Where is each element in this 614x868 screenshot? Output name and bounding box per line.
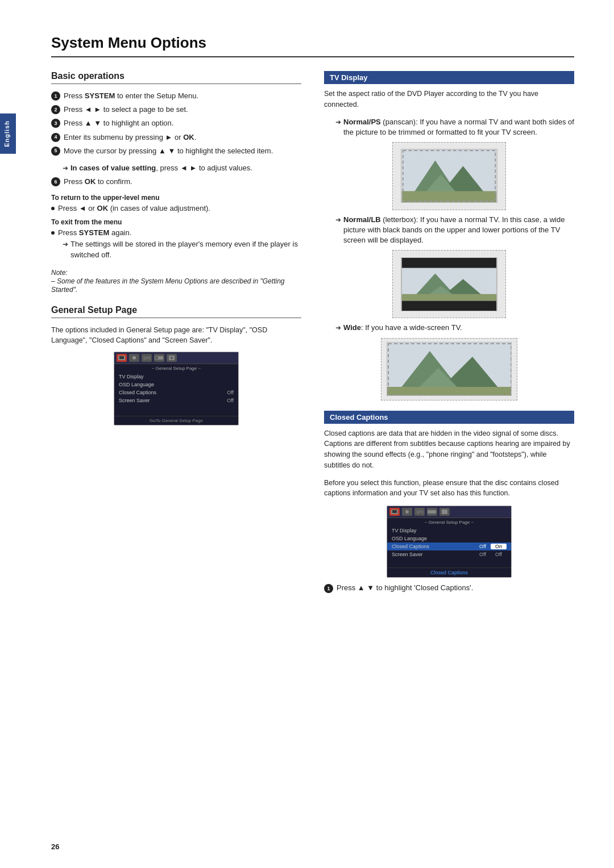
right-column: TV Display Set the aspect ratio of the D…: [324, 71, 574, 596]
screen-icon-2: [129, 354, 139, 362]
page-container: English System Menu Options Basic operat…: [0, 0, 614, 868]
return-menu-item: Press ◄ or OK (in cases of value adjustm…: [51, 204, 301, 212]
wide-item: ➜ Wide: If you have a wide-screen TV.: [335, 323, 574, 333]
cc-row-screensaver: Screen Saver Off Off: [387, 550, 511, 558]
step-6: 6 Press OK to confirm.: [51, 177, 301, 187]
exit-menu-heading: To exit from the menu: [51, 218, 301, 226]
screen-icon-1: [117, 354, 127, 362]
cc-footer: Closed Captions: [387, 567, 511, 577]
step-5-text: Move the cursor by pressing ▲ ▼ to highl…: [64, 146, 273, 156]
page-title: System Menu Options: [51, 34, 574, 57]
arrow-icon-5: ➜: [335, 323, 341, 333]
cc-screen-header: SPD: [387, 506, 511, 518]
screen-row-tvdisplay: TV Display: [114, 373, 238, 381]
svg-rect-20: [402, 294, 496, 301]
step-2-text: Press ◄ ► to select a page to be set.: [64, 105, 188, 115]
basic-operations-list: 1 Press SYSTEM to enter the Setup Menu. …: [51, 91, 301, 156]
cc-icon-2: [402, 508, 412, 516]
language-tab: English: [0, 114, 16, 154]
exit-menu-text: Press SYSTEM again.: [58, 228, 131, 237]
tv-display-intro: Set the aspect ratio of the DVD Player a…: [324, 89, 574, 110]
arrow-icon: ➜: [63, 164, 68, 173]
svg-point-2: [132, 356, 136, 360]
screen-header: SPD: [114, 352, 238, 364]
cc-icon-5: [439, 508, 450, 516]
closed-captions-intro: Closed captions are data that are hidden…: [324, 428, 574, 471]
bullet-icon: [51, 207, 55, 210]
step-4: 4 Enter its submenu by pressing ► or OK.: [51, 132, 301, 143]
normal-lb-text: Normal/LB (letterbox): If you have a nor…: [343, 215, 574, 246]
two-column-layout: Basic operations 1 Press SYSTEM to enter…: [51, 71, 574, 596]
step-3-text: Press ▲ ▼ to highlight an option.: [64, 118, 173, 128]
step-1-number: 1: [51, 91, 60, 101]
note-text: – Some of the features in the System Men…: [51, 277, 284, 294]
return-menu-text: Press ◄ or OK (in cases of value adjustm…: [58, 204, 210, 212]
cc-screen-label: ~ General Setup Page ~: [387, 518, 511, 527]
step-5: 5 Move the cursor by pressing ▲ ▼ to hig…: [51, 146, 301, 156]
tv-image-letterbox-inner: [401, 257, 497, 311]
arrow-icon-3: ➜: [335, 118, 341, 137]
basic-operations-section: Basic operations 1 Press SYSTEM to enter…: [51, 71, 301, 294]
value-setting-note: ➜ In cases of value setting, press ◄ ► t…: [63, 163, 301, 173]
return-menu-heading: To return to the upper-level menu: [51, 194, 301, 202]
exit-menu-item: Press SYSTEM again.: [51, 228, 301, 237]
normal-ps-text: Normal/PS (panscan): If you have a norma…: [343, 117, 574, 137]
basic-operations-title: Basic operations: [51, 71, 301, 84]
cc-icon-3: SPD: [414, 508, 425, 516]
screen-footer: GoTo General Setup Page: [114, 416, 238, 425]
tv-image-panscan: [392, 142, 506, 210]
tv-display-title: TV Display: [324, 71, 574, 84]
arrow-icon-2: ➜: [63, 240, 68, 260]
svg-text:SPD: SPD: [416, 510, 424, 514]
page-number: 26: [51, 842, 59, 851]
step-4-number: 4: [51, 133, 60, 142]
general-setup-title: General Setup Page: [51, 305, 301, 318]
value-setting-text: In cases of value setting, press ◄ ► to …: [70, 163, 252, 173]
svg-text:SPD: SPD: [143, 356, 151, 360]
svg-rect-28: [392, 510, 397, 513]
svg-rect-6: [169, 356, 175, 360]
cc-row-osd: OSD Language: [387, 535, 511, 542]
svg-rect-32: [442, 510, 447, 514]
closed-captions-screen: SPD ~ General Setup Page ~ TV Display OS…: [387, 506, 512, 578]
cc-row-tvdisplay: TV Display: [387, 527, 511, 535]
tv-display-section: TV Display Set the aspect ratio of the D…: [324, 71, 574, 400]
screen-icon-4: [154, 354, 164, 362]
step-3-number: 3: [51, 119, 60, 128]
screen-row-osd: OSD Language: [114, 381, 238, 389]
svg-rect-25: [387, 387, 512, 396]
note-label: Note:: [51, 269, 68, 277]
general-setup-intro: The options included in General Setup pa…: [51, 325, 301, 347]
general-setup-screen: SPD ~ General Setup Page ~ TV Display OS…: [114, 352, 239, 425]
tv-image-wide-inner: [387, 342, 512, 396]
step-6-number: 6: [51, 177, 60, 186]
svg-rect-1: [119, 356, 124, 359]
screen-row-captions: Closed CaptionsOff: [114, 389, 238, 397]
step-2: 2 Press ◄ ► to select a page to be set.: [51, 105, 301, 115]
screen-icon-5: [167, 354, 177, 362]
svg-point-29: [405, 510, 409, 514]
note-section: Note: – Some of the features in the Syst…: [51, 268, 301, 294]
step-6-text: Press OK to confirm.: [64, 177, 132, 187]
cc-icon-4: [427, 508, 437, 516]
tv-image-letterbox: [392, 250, 506, 318]
screen-label: ~ General Setup Page ~: [114, 364, 238, 373]
left-column: Basic operations 1 Press SYSTEM to enter…: [51, 71, 301, 596]
step-1-text: Press SYSTEM to enter the Setup Menu.: [64, 91, 198, 101]
arrow-icon-4: ➜: [335, 215, 341, 246]
normal-ps-item: ➜ Normal/PS (panscan): If you have a nor…: [335, 117, 574, 137]
wide-text: Wide: If you have a wide-screen TV.: [343, 323, 462, 333]
step-2-number: 2: [51, 105, 60, 114]
settings-stored-text: The settings will be stored in the playe…: [70, 239, 301, 260]
closed-captions-para2: Before you select this function, please …: [324, 478, 574, 499]
svg-rect-5: [155, 357, 158, 359]
tv-image-panscan-inner: [401, 149, 497, 203]
cc-icon-1: [389, 508, 400, 516]
general-setup-section: General Setup Page The options included …: [51, 305, 301, 426]
normal-lb-item: ➜ Normal/LB (letterbox): If you have a n…: [335, 215, 574, 246]
cc-step-1-text: Press ▲ ▼ to highlight 'Closed Captions'…: [337, 583, 473, 592]
bullet-icon-2: [51, 231, 55, 235]
step-1: 1 Press SYSTEM to enter the Setup Menu.: [51, 91, 301, 101]
step-4-text: Enter its submenu by pressing ► or OK.: [64, 132, 196, 143]
settings-stored-note: ➜ The settings will be stored in the pla…: [63, 239, 301, 260]
